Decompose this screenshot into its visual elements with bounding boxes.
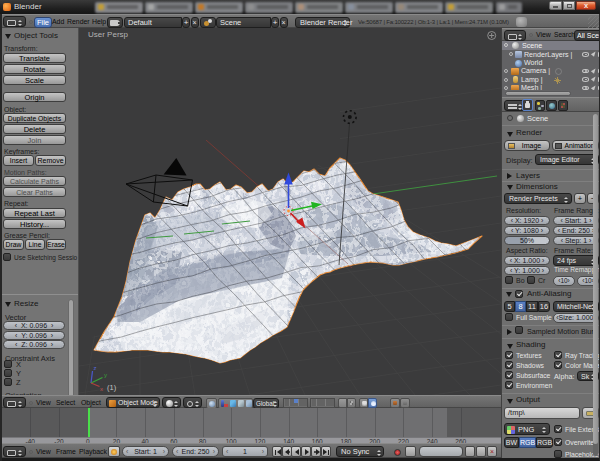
- svg-text:User Persp: User Persp: [88, 30, 129, 39]
- svg-text:z: z: [94, 365, 97, 371]
- svg-text:(1): (1): [107, 383, 117, 392]
- svg-text:y: y: [104, 372, 107, 378]
- svg-text:x: x: [100, 386, 103, 392]
